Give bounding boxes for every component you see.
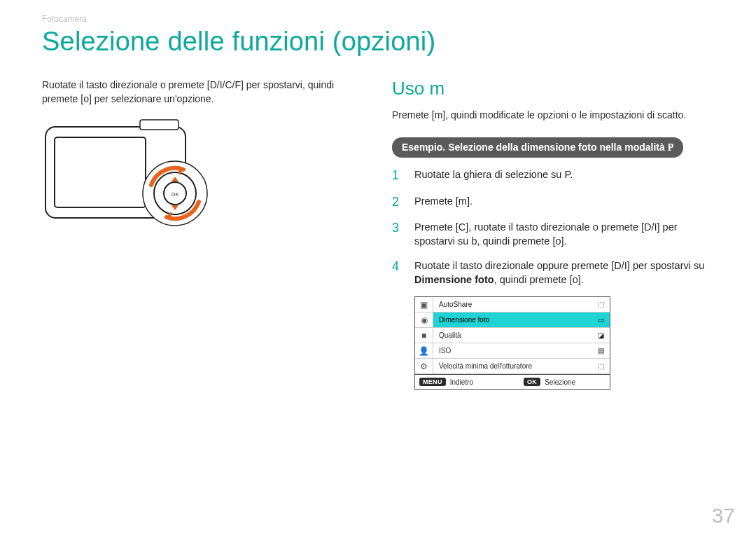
ok-button-chip: OK <box>524 378 540 386</box>
gear-icon: ⚙ <box>415 359 433 373</box>
menu-row-autoshare: ▣ AutoShare ⬚ <box>415 297 610 312</box>
right-column: Uso m Premete [m], quindi modificate le … <box>392 78 714 390</box>
size-icon: ▭ <box>592 312 610 327</box>
menu-row-dimensione-foto: ◉ Dimensione foto ▭ <box>415 312 610 328</box>
camera-illustration: OK <box>42 116 224 235</box>
menu-footer: MENU Indietro OK Selezione <box>415 374 610 389</box>
person-icon: 👤 <box>415 343 433 358</box>
menu-row-qualita: ■ Qualità ◪ <box>415 328 610 343</box>
shutter-icon: ⬚ <box>592 359 610 373</box>
uso-heading: Uso m <box>392 78 714 99</box>
example-mode: P <box>668 142 674 153</box>
menu-label: Qualità <box>433 328 592 343</box>
step-3: 3 Premete [C], ruotate il tasto direzion… <box>392 220 714 249</box>
breadcrumb: Fotocamera <box>42 14 714 24</box>
right-intro: Premete [m], quindi modificate le opzion… <box>392 108 714 122</box>
example-pill: Esempio. Selezione della dimensione foto… <box>392 137 683 158</box>
menu-footer-select: Selezione <box>545 378 575 386</box>
left-column: Ruotate il tasto direzionale o premete [… <box>42 78 364 390</box>
camera-menu-screenshot: ▣ AutoShare ⬚ ◉ Dimensione foto ▭ ■ Qual… <box>414 296 610 390</box>
step-4: 4 Ruotate il tasto direzionale oppure pr… <box>392 259 714 287</box>
menu-button-chip: MENU <box>419 378 446 386</box>
menu-row-iso: 👤 ISO ▤ <box>415 343 610 359</box>
menu-footer-back: Indietro <box>450 378 473 386</box>
menu-label: ISO <box>433 343 592 358</box>
svg-text:OK: OK <box>172 192 178 197</box>
camera-icon: ▣ <box>415 297 433 312</box>
svg-rect-1 <box>55 137 146 207</box>
menu-row-shutter: ⚙ Velocità minima dell'otturatore ⬚ <box>415 359 610 374</box>
off-icon: ⬚ <box>592 297 610 312</box>
step-2: 2 Premete [m]. <box>392 194 714 210</box>
step-num: 3 <box>392 220 402 249</box>
step-text: Ruotate il tasto direzionale oppure prem… <box>414 259 714 287</box>
step-text: Ruotate la ghiera di selezione su P. <box>414 167 573 184</box>
menu-label: Dimensione foto <box>433 312 592 327</box>
page-number: 37 <box>712 504 735 528</box>
step-text: Premete [m]. <box>414 194 472 210</box>
camera2-icon: ◉ <box>415 312 433 327</box>
video-icon: ■ <box>415 328 433 343</box>
page-title: Selezione delle funzioni (opzioni) <box>42 27 714 57</box>
svg-rect-2 <box>140 120 178 130</box>
quality-icon: ◪ <box>592 328 610 343</box>
step-num: 1 <box>392 167 402 184</box>
example-label: Esempio. Selezione della dimensione foto… <box>402 142 668 153</box>
step-text: Premete [C], ruotate il tasto direzional… <box>414 220 714 249</box>
iso-icon: ▤ <box>592 343 610 358</box>
menu-label: AutoShare <box>433 297 592 312</box>
step-1: 1 Ruotate la ghiera di selezione su P. <box>392 167 714 184</box>
step-num: 2 <box>392 194 402 210</box>
steps-list: 1 Ruotate la ghiera di selezione su P. 2… <box>392 167 714 287</box>
menu-label: Velocità minima dell'otturatore <box>433 359 592 373</box>
left-intro: Ruotate il tasto direzionale o premete [… <box>42 78 364 106</box>
step-num: 4 <box>392 259 402 287</box>
